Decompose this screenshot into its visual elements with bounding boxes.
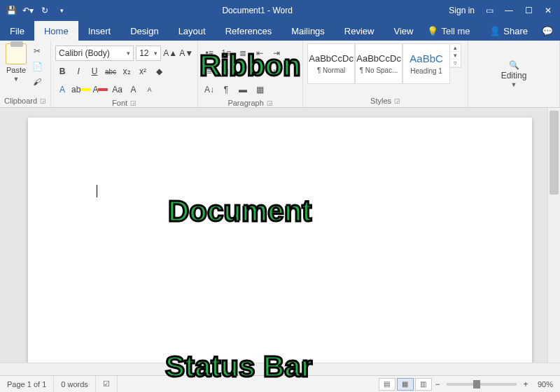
close-icon[interactable]: ✕ <box>543 6 553 15</box>
ribbon-display-options-icon[interactable]: ▭ <box>484 6 494 15</box>
view-web-icon[interactable]: ▥ <box>415 378 432 391</box>
tab-view[interactable]: View <box>384 21 423 41</box>
ribbon: Paste ▼ ✂ 📄 🖌 Clipboard◲ Calibri (Body)▾… <box>0 41 560 108</box>
show-marks-icon[interactable]: ¶ <box>219 83 233 97</box>
grow-font2-icon[interactable]: A <box>126 83 140 97</box>
shrink-font-icon[interactable]: A▼ <box>179 46 193 60</box>
shrink-font2-icon[interactable]: A <box>142 83 156 97</box>
style-no-spacing[interactable]: AaBbCcDc¶ No Spac... <box>355 43 402 84</box>
editing-menu[interactable]: 🔍 Editing ▼ <box>501 60 527 88</box>
numbering-icon[interactable]: 1≡ <box>219 46 233 60</box>
qat-customize-icon[interactable]: ▾ <box>56 5 67 16</box>
chevron-down-icon: ▼ <box>13 76 20 83</box>
zoom-in-button[interactable]: + <box>521 379 531 389</box>
underline-button[interactable]: U <box>88 64 102 78</box>
zoom-slider[interactable] <box>447 383 517 386</box>
tab-home[interactable]: Home <box>34 21 78 41</box>
format-painter-icon[interactable]: 🖌 <box>31 76 43 88</box>
dialog-launcher-icon[interactable]: ◲ <box>40 97 46 104</box>
chevron-down-icon[interactable]: ▾ <box>450 52 461 59</box>
group-paragraph: •≡ 1≡ ≣ ⇤ ⇥ ≡ ≡ ≡ ≡ ↕≡ A↓ ¶ ▬ ▦ Paragrap… <box>198 41 303 107</box>
view-print-icon[interactable]: ▦ <box>397 378 414 391</box>
paste-icon <box>6 43 27 64</box>
font-color-button[interactable]: A <box>92 83 108 97</box>
ribbon-tabs: File Home Insert Design Layout Reference… <box>0 21 560 41</box>
decrease-indent-icon[interactable]: ⇤ <box>253 46 267 60</box>
align-right-icon[interactable]: ≡ <box>236 64 250 78</box>
zoom-out-button[interactable]: − <box>433 379 442 389</box>
change-case-button[interactable]: Aa <box>110 83 124 97</box>
text-effects-button[interactable]: A <box>55 83 69 97</box>
sign-in-link[interactable]: Sign in <box>449 6 475 15</box>
clear-format-icon[interactable]: ◆ <box>152 64 166 78</box>
tell-me[interactable]: 💡Tell me <box>423 21 474 41</box>
tab-references[interactable]: References <box>216 21 281 41</box>
style-normal[interactable]: AaBbCcDc¶ Normal <box>307 43 355 84</box>
increase-indent-icon[interactable]: ⇥ <box>270 46 284 60</box>
group-label: Font <box>112 99 127 107</box>
cut-icon[interactable]: ✂ <box>31 45 43 57</box>
copy-icon[interactable]: 📄 <box>31 60 43 73</box>
document-page[interactable] <box>28 118 532 375</box>
chevron-down-icon: ▾ <box>154 50 158 57</box>
scrollbar-thumb[interactable] <box>550 111 559 195</box>
tab-insert[interactable]: Insert <box>78 21 121 41</box>
chevron-up-icon[interactable]: ▴ <box>450 44 461 52</box>
bullets-icon[interactable]: •≡ <box>202 46 216 60</box>
tab-review[interactable]: Review <box>335 21 384 41</box>
tab-layout[interactable]: Layout <box>169 21 216 41</box>
view-read-icon[interactable]: ▤ <box>379 378 396 391</box>
superscript-button[interactable]: x² <box>136 64 150 78</box>
shading-icon[interactable]: ▬ <box>236 83 250 97</box>
bold-button[interactable]: B <box>55 64 69 78</box>
maximize-icon[interactable]: ☐ <box>524 6 533 15</box>
redo-icon[interactable]: ↻ <box>39 5 50 16</box>
align-center-icon[interactable]: ≡ <box>219 64 233 78</box>
find-icon: 🔍 <box>509 60 519 70</box>
align-left-icon[interactable]: ≡ <box>202 64 216 78</box>
group-styles: AaBbCcDc¶ Normal AaBbCcDc¶ No Spac... Aa… <box>303 41 468 107</box>
justify-icon[interactable]: ≡ <box>253 64 267 78</box>
style-heading-1[interactable]: AaBbCHeading 1 <box>402 43 450 84</box>
status-bar: Page 1 of 1 0 words ☑ ▤ ▦ ▥ − + 90% <box>0 375 560 392</box>
multilevel-icon[interactable]: ≣ <box>236 46 250 60</box>
horizontal-scrollbar[interactable] <box>0 363 560 375</box>
tab-design[interactable]: Design <box>120 21 168 41</box>
expand-icon[interactable]: ▿ <box>450 59 461 67</box>
sort-icon[interactable]: A↓ <box>202 83 216 97</box>
save-icon[interactable]: 💾 <box>6 5 17 16</box>
highlight-button[interactable]: ab <box>71 83 90 97</box>
paste-button[interactable]: Paste ▼ <box>4 43 28 83</box>
tab-file[interactable]: File <box>0 21 34 41</box>
italic-button[interactable]: I <box>71 64 85 78</box>
vertical-scrollbar[interactable] <box>547 108 560 375</box>
font-color-swatch <box>98 88 108 91</box>
status-words[interactable]: 0 words <box>54 376 96 392</box>
line-spacing-icon[interactable]: ↕≡ <box>270 64 284 78</box>
app-name: Word <box>272 6 292 15</box>
share-button[interactable]: 👤Share <box>482 21 535 41</box>
borders-icon[interactable]: ▦ <box>253 83 267 97</box>
subscript-button[interactable]: x₂ <box>120 64 134 78</box>
style-gallery-scroll[interactable]: ▴ ▾ ▿ <box>450 43 461 68</box>
status-page[interactable]: Page 1 of 1 <box>0 376 54 392</box>
group-clipboard: Paste ▼ ✂ 📄 🖌 Clipboard◲ <box>0 41 51 107</box>
dialog-launcher-icon[interactable]: ◲ <box>130 99 136 106</box>
dialog-launcher-icon[interactable]: ◲ <box>394 97 400 104</box>
strikethrough-button[interactable]: abc <box>104 64 118 78</box>
grow-font-icon[interactable]: A▲ <box>163 46 177 60</box>
dialog-launcher-icon[interactable]: ◲ <box>267 99 273 106</box>
highlight-swatch <box>80 88 90 91</box>
zoom-level[interactable]: 90% <box>531 376 560 392</box>
zoom-thumb[interactable] <box>473 380 480 388</box>
minimize-icon[interactable]: ― <box>504 6 514 15</box>
group-label: Clipboard <box>4 97 37 105</box>
group-editing: 🔍 Editing ▼ <box>468 41 560 107</box>
status-proofing-icon[interactable]: ☑ <box>96 376 118 392</box>
tab-mailings[interactable]: Mailings <box>281 21 335 41</box>
font-size-combo[interactable]: 12▾ <box>136 46 161 61</box>
lightbulb-icon: 💡 <box>427 26 438 36</box>
undo-icon[interactable]: ↶▾ <box>22 5 34 16</box>
font-name-combo[interactable]: Calibri (Body)▾ <box>55 46 134 61</box>
comments-icon[interactable]: 💬 <box>535 21 560 41</box>
